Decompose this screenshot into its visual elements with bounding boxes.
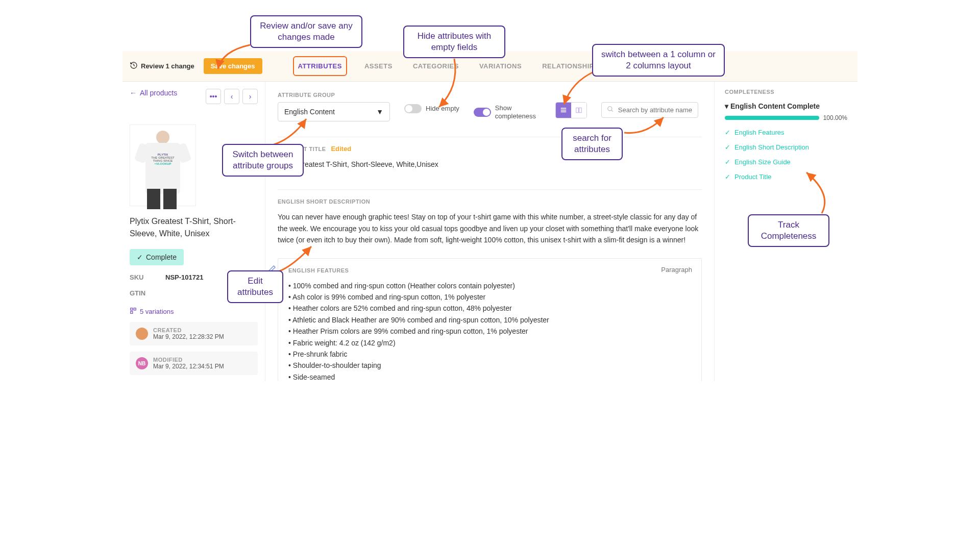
- all-products-link[interactable]: ← All products: [130, 89, 177, 97]
- short-desc-value[interactable]: You can never have enough graphic tees! …: [278, 211, 702, 245]
- product-title: Plytix Greatest T-Shirt, Short-Sleeve, W…: [130, 215, 258, 240]
- modified-box: NB MODIFIED Mar 9, 2022, 12:34:51 PM: [130, 352, 258, 375]
- variations-link[interactable]: 5 variations: [130, 307, 174, 316]
- hide-empty-toggle[interactable]: [404, 104, 422, 113]
- attr-group-select[interactable]: English Content ▼: [278, 102, 390, 121]
- attr-group-label: ATTRIBUTE GROUP: [278, 92, 390, 98]
- review-changes-label: Review 1 change: [141, 62, 194, 70]
- completeness-item[interactable]: ✓English Short Description: [725, 143, 847, 151]
- completeness-item-label: English Features: [734, 129, 785, 136]
- prev-button[interactable]: ‹: [224, 89, 239, 104]
- sku-value: NSP-101721: [165, 273, 203, 281]
- attribute-search[interactable]: [601, 102, 698, 118]
- complete-badge: ✓ Complete: [130, 249, 184, 265]
- callout-layout: switch between a 1 column or 2 columns l…: [592, 44, 725, 77]
- sku-label: SKU: [130, 273, 155, 281]
- feature-item: 100% combed and ring-spun cotton (Heathe…: [288, 280, 691, 291]
- next-button[interactable]: ›: [242, 89, 258, 104]
- all-products-label: All products: [140, 89, 177, 97]
- edited-tag: Edited: [331, 145, 351, 153]
- check-icon: ✓: [137, 253, 143, 261]
- svg-rect-0: [131, 308, 133, 310]
- center-panel: ATTRIBUTE GROUP English Content ▼ Hide e…: [265, 82, 715, 381]
- callout-track: Track Completeness: [748, 214, 829, 247]
- callout-hide: Hide attributes with empty fields: [403, 26, 505, 58]
- completeness-item[interactable]: ✓English Features: [725, 129, 847, 136]
- feature-item: Shoulder-to-shoulder taping: [288, 360, 691, 371]
- layout-switch: [555, 102, 587, 118]
- layout-1col-button[interactable]: [556, 103, 571, 118]
- show-completeness-label: Show completeness: [495, 104, 541, 120]
- callout-edit: Edit attributes: [227, 270, 283, 303]
- check-icon: ✓: [725, 158, 730, 166]
- tab-variations[interactable]: VARIATIONS: [476, 56, 525, 76]
- shirt-print-2: THE GREATEST THING SINCE: [149, 156, 177, 162]
- attr-group-value: English Content: [284, 108, 335, 116]
- svg-line-9: [611, 110, 613, 112]
- tab-assets[interactable]: ASSETS: [361, 56, 396, 76]
- completeness-title-text: English Content Complete: [730, 102, 820, 110]
- short-desc-label: ENGLISH SHORT DESCRIPTION: [278, 198, 370, 205]
- gtin-label: GTIN: [130, 289, 155, 297]
- feature-item: Pre-shrunk fabric: [288, 348, 691, 360]
- features-label: ENGLISH FEATURES: [288, 267, 349, 273]
- product-title-attr-value[interactable]: Plytix Greatest T-Shirt, Short-Sleeve, W…: [278, 159, 702, 170]
- check-icon: ✓: [725, 129, 730, 136]
- svg-point-8: [608, 107, 612, 111]
- complete-label: Complete: [146, 253, 177, 261]
- features-list: 100% combed and ring-spun cotton (Heathe…: [288, 280, 691, 382]
- review-changes-link[interactable]: Review 1 change: [130, 61, 194, 71]
- svg-rect-2: [131, 311, 133, 313]
- svg-rect-6: [576, 108, 579, 112]
- variations-icon: [130, 307, 137, 316]
- arrow-left-icon: ←: [130, 89, 137, 97]
- search-input[interactable]: [618, 106, 693, 114]
- show-completeness-toggle[interactable]: [474, 108, 491, 117]
- layout-2col-button[interactable]: [571, 103, 586, 118]
- save-button[interactable]: Save changes: [204, 58, 262, 74]
- completeness-bar: [725, 116, 819, 120]
- tab-attributes[interactable]: ATTRIBUTES: [293, 56, 347, 76]
- modified-value: Mar 9, 2022, 12:34:51 PM: [153, 363, 224, 370]
- completeness-item-label: Product Title: [734, 173, 771, 181]
- feature-item: Heather colors are 52% combed and ring-s…: [288, 303, 691, 314]
- completeness-title[interactable]: ▾ English Content Complete: [725, 102, 847, 110]
- history-icon: [130, 61, 138, 71]
- tshirt-illustration: PLYTIX THE GREATEST THING SINCE =VLOOKUP: [135, 129, 191, 203]
- svg-rect-7: [579, 108, 581, 112]
- completeness-heading: COMPLETENESS: [725, 89, 847, 95]
- hide-empty-label: Hide empty: [426, 105, 459, 113]
- features-type-label: Paragraph: [661, 266, 692, 273]
- check-icon: ✓: [725, 173, 730, 181]
- completeness-item-label: English Short Description: [734, 143, 809, 151]
- tabs: ATTRIBUTES ASSETS CATEGORIES VARIATIONS …: [293, 56, 602, 76]
- chevron-down-icon: ▼: [376, 108, 383, 116]
- more-button[interactable]: •••: [206, 89, 221, 104]
- completeness-item[interactable]: ✓Product Title: [725, 173, 847, 181]
- feature-item: Fabric weight: 4.2 oz (142 g/m2): [288, 337, 691, 348]
- check-icon: ✓: [725, 143, 730, 151]
- shirt-print-3: =VLOOKUP: [149, 162, 177, 165]
- completeness-percent: 100.00%: [823, 114, 847, 121]
- callout-review: Review and/or save any changes made: [250, 15, 362, 48]
- feature-item: Heather Prism colors are 99% combed and …: [288, 326, 691, 337]
- svg-rect-5: [561, 111, 567, 112]
- avatar-modifier: NB: [136, 357, 148, 369]
- avatar-creator: [136, 328, 148, 340]
- created-label: CREATED: [153, 327, 224, 333]
- svg-rect-3: [561, 108, 567, 109]
- feature-item: Athletic and Black Heather are 90% combe…: [288, 314, 691, 326]
- callout-group: Switch between attribute groups: [222, 144, 304, 177]
- search-icon: [607, 106, 614, 114]
- tab-categories[interactable]: CATEGORIES: [410, 56, 462, 76]
- feature-item: Ash color is 99% combed and ring-spun co…: [288, 291, 691, 303]
- modified-label: MODIFIED: [153, 357, 224, 363]
- product-image[interactable]: PLYTIX THE GREATEST THING SINCE =VLOOKUP: [130, 124, 196, 206]
- created-box: CREATED Mar 9, 2022, 12:28:32 PM: [130, 322, 258, 345]
- completeness-item[interactable]: ✓English Size Guide: [725, 158, 847, 166]
- variations-label: 5 variations: [140, 308, 174, 315]
- features-box[interactable]: ENGLISH FEATURES Paragraph 100% combed a…: [278, 258, 702, 382]
- svg-rect-4: [561, 110, 567, 111]
- created-value: Mar 9, 2022, 12:28:32 PM: [153, 333, 224, 340]
- feature-item: Side-seamed: [288, 371, 691, 381]
